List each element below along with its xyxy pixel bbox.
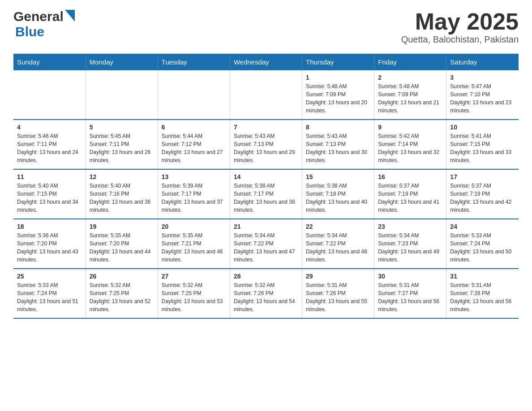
page-header: General Blue May 2025 Quetta, Balochista… [13,9,519,45]
calendar-cell: 1Sunrise: 5:48 AM Sunset: 7:09 PM Daylig… [302,70,374,120]
title-area: May 2025 Quetta, Balochistan, Pakistan [401,9,519,45]
logo: General Blue [13,9,75,39]
calendar-cell [86,70,158,120]
calendar-cell: 19Sunrise: 5:35 AM Sunset: 7:20 PM Dayli… [86,219,158,269]
calendar-cell: 24Sunrise: 5:33 AM Sunset: 7:24 PM Dayli… [446,219,519,269]
day-number: 31 [450,273,515,280]
calendar-cell: 16Sunrise: 5:37 AM Sunset: 7:19 PM Dayli… [374,169,446,219]
day-info: Sunrise: 5:35 AM Sunset: 7:21 PM Dayligh… [162,231,226,264]
calendar-cell [13,70,86,120]
svg-marker-0 [65,10,75,21]
calendar-cell [158,70,230,120]
day-info: Sunrise: 5:44 AM Sunset: 7:12 PM Dayligh… [162,132,226,164]
location-subtitle: Quetta, Balochistan, Pakistan [401,34,519,45]
calendar-cell: 11Sunrise: 5:40 AM Sunset: 7:15 PM Dayli… [13,169,86,219]
logo-general-text: General [13,9,64,24]
day-number: 15 [306,173,370,180]
day-header-friday: Friday [374,54,446,70]
logo-blue-text: Blue [15,24,44,39]
calendar-cell: 20Sunrise: 5:35 AM Sunset: 7:21 PM Dayli… [158,219,230,269]
month-title: May 2025 [401,9,519,34]
day-number: 5 [90,124,154,131]
day-number: 2 [378,74,442,81]
day-info: Sunrise: 5:33 AM Sunset: 7:24 PM Dayligh… [450,231,515,264]
calendar-cell: 21Sunrise: 5:34 AM Sunset: 7:22 PM Dayli… [230,219,302,269]
calendar-cell: 25Sunrise: 5:33 AM Sunset: 7:24 PM Dayli… [13,269,86,318]
day-number: 6 [162,124,226,131]
day-number: 23 [378,223,442,230]
day-info: Sunrise: 5:48 AM Sunset: 7:09 PM Dayligh… [306,82,370,115]
day-info: Sunrise: 5:35 AM Sunset: 7:20 PM Dayligh… [90,231,154,264]
day-number: 3 [450,74,515,81]
calendar-cell: 14Sunrise: 5:38 AM Sunset: 7:17 PM Dayli… [230,169,302,219]
day-info: Sunrise: 5:31 AM Sunset: 7:27 PM Dayligh… [378,281,442,313]
day-header-saturday: Saturday [446,54,519,70]
day-number: 13 [162,173,226,180]
day-info: Sunrise: 5:42 AM Sunset: 7:14 PM Dayligh… [378,132,442,164]
day-number: 1 [306,74,370,81]
day-number: 11 [17,173,82,180]
day-number: 7 [234,124,298,131]
calendar-cell: 7Sunrise: 5:43 AM Sunset: 7:13 PM Daylig… [230,120,302,169]
calendar-header: SundayMondayTuesdayWednesdayThursdayFrid… [13,54,519,70]
day-info: Sunrise: 5:43 AM Sunset: 7:13 PM Dayligh… [234,132,298,164]
day-number: 25 [17,273,82,280]
day-info: Sunrise: 5:39 AM Sunset: 7:17 PM Dayligh… [162,182,226,214]
day-info: Sunrise: 5:31 AM Sunset: 7:28 PM Dayligh… [450,281,515,313]
day-number: 29 [306,273,370,280]
day-number: 12 [90,173,154,180]
calendar-cell: 18Sunrise: 5:36 AM Sunset: 7:20 PM Dayli… [13,219,86,269]
day-info: Sunrise: 5:34 AM Sunset: 7:22 PM Dayligh… [234,231,298,264]
calendar-cell: 3Sunrise: 5:47 AM Sunset: 7:10 PM Daylig… [446,70,519,120]
calendar-cell: 13Sunrise: 5:39 AM Sunset: 7:17 PM Dayli… [158,169,230,219]
calendar-cell: 30Sunrise: 5:31 AM Sunset: 7:27 PM Dayli… [374,269,446,318]
day-info: Sunrise: 5:34 AM Sunset: 7:22 PM Dayligh… [306,231,370,264]
calendar-cell: 23Sunrise: 5:34 AM Sunset: 7:23 PM Dayli… [374,219,446,269]
day-number: 10 [450,124,515,131]
calendar-cell: 22Sunrise: 5:34 AM Sunset: 7:22 PM Dayli… [302,219,374,269]
calendar-cell: 31Sunrise: 5:31 AM Sunset: 7:28 PM Dayli… [446,269,519,318]
day-number: 26 [90,273,154,280]
day-number: 9 [378,124,442,131]
day-info: Sunrise: 5:38 AM Sunset: 7:18 PM Dayligh… [306,182,370,214]
week-row-4: 18Sunrise: 5:36 AM Sunset: 7:20 PM Dayli… [13,219,519,269]
day-info: Sunrise: 5:37 AM Sunset: 7:19 PM Dayligh… [450,182,515,214]
day-info: Sunrise: 5:46 AM Sunset: 7:11 PM Dayligh… [17,132,82,164]
day-info: Sunrise: 5:33 AM Sunset: 7:24 PM Dayligh… [17,281,82,313]
day-info: Sunrise: 5:38 AM Sunset: 7:17 PM Dayligh… [234,182,298,214]
header-row: SundayMondayTuesdayWednesdayThursdayFrid… [13,54,519,70]
calendar-cell: 6Sunrise: 5:44 AM Sunset: 7:12 PM Daylig… [158,120,230,169]
day-number: 14 [234,173,298,180]
day-info: Sunrise: 5:37 AM Sunset: 7:19 PM Dayligh… [378,182,442,214]
calendar-cell: 5Sunrise: 5:45 AM Sunset: 7:11 PM Daylig… [86,120,158,169]
calendar-cell: 15Sunrise: 5:38 AM Sunset: 7:18 PM Dayli… [302,169,374,219]
calendar-cell: 12Sunrise: 5:40 AM Sunset: 7:16 PM Dayli… [86,169,158,219]
day-info: Sunrise: 5:32 AM Sunset: 7:25 PM Dayligh… [162,281,226,313]
day-info: Sunrise: 5:34 AM Sunset: 7:23 PM Dayligh… [378,231,442,264]
day-header-wednesday: Wednesday [230,54,302,70]
day-number: 28 [234,273,298,280]
week-row-3: 11Sunrise: 5:40 AM Sunset: 7:15 PM Dayli… [13,169,519,219]
week-row-1: 1Sunrise: 5:48 AM Sunset: 7:09 PM Daylig… [13,70,519,120]
day-header-tuesday: Tuesday [158,54,230,70]
calendar-cell: 4Sunrise: 5:46 AM Sunset: 7:11 PM Daylig… [13,120,86,169]
day-number: 24 [450,223,515,230]
day-info: Sunrise: 5:32 AM Sunset: 7:26 PM Dayligh… [234,281,298,313]
day-info: Sunrise: 5:31 AM Sunset: 7:26 PM Dayligh… [306,281,370,313]
calendar-cell [230,70,302,120]
day-info: Sunrise: 5:43 AM Sunset: 7:13 PM Dayligh… [306,132,370,164]
day-header-sunday: Sunday [13,54,86,70]
calendar-cell: 2Sunrise: 5:48 AM Sunset: 7:09 PM Daylig… [374,70,446,120]
day-info: Sunrise: 5:45 AM Sunset: 7:11 PM Dayligh… [90,132,154,164]
day-number: 18 [17,223,82,230]
calendar-cell: 17Sunrise: 5:37 AM Sunset: 7:19 PM Dayli… [446,169,519,219]
day-number: 17 [450,173,515,180]
day-number: 27 [162,273,226,280]
day-info: Sunrise: 5:40 AM Sunset: 7:15 PM Dayligh… [17,182,82,214]
day-number: 19 [90,223,154,230]
week-row-2: 4Sunrise: 5:46 AM Sunset: 7:11 PM Daylig… [13,120,519,169]
day-info: Sunrise: 5:47 AM Sunset: 7:10 PM Dayligh… [450,82,515,115]
day-info: Sunrise: 5:48 AM Sunset: 7:09 PM Dayligh… [378,82,442,115]
calendar-cell: 29Sunrise: 5:31 AM Sunset: 7:26 PM Dayli… [302,269,374,318]
calendar-cell: 28Sunrise: 5:32 AM Sunset: 7:26 PM Dayli… [230,269,302,318]
